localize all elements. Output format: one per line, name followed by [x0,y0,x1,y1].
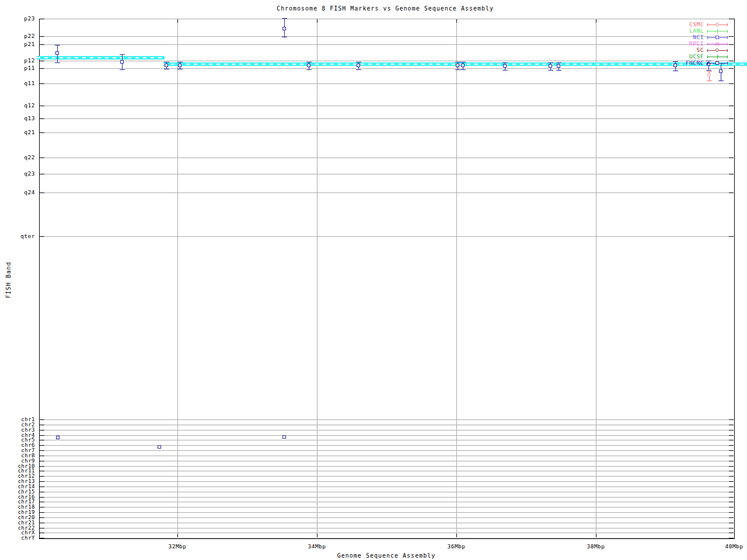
ytick-right-chr17 [729,502,734,502]
gridline-h-q24 [40,192,734,193]
ytick-left-chr19 [40,512,44,513]
ytick-right-chr4 [729,435,734,436]
ytick-left-chrX [40,533,44,533]
ytick-left-chr12 [40,476,44,477]
ytick-left-chr16 [40,497,44,498]
ytick-left-chr14 [40,487,44,487]
gridline-h-p22 [40,36,734,37]
data-point-FHCRC [456,64,459,67]
legend-marker-square [715,36,719,39]
data-point-FHCRC [503,64,507,68]
data-point-FHCRC [357,64,360,67]
ytick-right-q11 [729,83,734,84]
gridline-h-p11 [40,68,734,69]
ytick-right-chr13 [729,481,734,482]
errorbar-cap-bottom-FHCRC [556,70,561,71]
chart-canvas: Chromosome 8 FISH Markers vs Genome Sequ… [0,0,747,560]
ytick-right-q13 [729,118,734,119]
errorbar-cap-top-FHCRC [460,62,466,62]
legend-entry-fhcrc: FHCRC [636,60,747,66]
xtick-bottom-40Mbp [734,534,735,537]
y-tick-label-q13: q13 [0,116,35,121]
x-tick-label-36Mbp: 36Mbp [438,544,475,550]
legend-sample-capL [707,43,708,46]
legend-sample-capR [727,62,728,65]
errorbar-cap-top-FHCRC [120,54,125,55]
ytick-right-chr21 [729,523,734,523]
ytick-right-chr14 [729,487,734,487]
gridline-h-chr13 [40,481,734,482]
errorbar-cap-bottom-FHCRC [120,69,125,70]
gridline-h-chr18 [40,507,734,508]
ytick-right-chr2 [729,425,734,425]
x-tick-label-34Mbp: 34Mbp [298,544,336,550]
ytick-right-p23 [729,19,734,19]
errorbar-cap-top-FHCRC [556,62,561,63]
ytick-left-q21 [40,132,44,133]
errorbar-cap-bottom-FHCRC [548,70,553,71]
legend-label-lanl: LANL [636,28,704,34]
legend-sample-capL [707,30,708,33]
errorbar-cap-top-FHCRC [548,62,553,63]
xtick-top-38Mbp [596,19,596,23]
legend-marker-square [715,61,719,65]
y-tick-label-p21: p21 [0,41,35,47]
gridline-h-chr8 [40,456,734,456]
y-tick-label-q12: q12 [0,103,35,108]
ytick-right-chrX [729,533,734,533]
ytick-left-q24 [40,192,44,193]
legend-sample-capR [727,36,728,39]
data-point-FHCRC [461,64,465,67]
ytick-left-chr11 [40,471,44,471]
gridline-h-p12 [40,61,734,61]
ytick-right-q21 [729,132,734,133]
data-point-FHCRC [165,64,168,67]
legend-marker-diamond [715,48,719,52]
xtick-bottom-32Mbp [177,534,178,537]
xtick-top-34Mbp [317,19,317,23]
legend-label-fhcrc: FHCRC [636,60,704,66]
ytick-right-chr3 [729,430,734,430]
gridline-h-q23 [40,174,734,174]
y-tick-label-q22: q22 [0,155,35,160]
data-point-FHCRC-other-chromosome-hits [158,445,161,449]
legend-label-ucsf: UCSF [636,54,704,60]
ytick-left-chr7 [40,450,44,451]
y-tick-label-p23: p23 [0,16,35,22]
ytick-left-p23 [40,19,44,19]
xtick-bottom-34Mbp [317,534,317,537]
errorbar-cap-bottom-FHCRC [282,37,287,37]
legend-sample-capL [707,36,708,39]
errorbar-cap-bottom-FHCRC [164,69,169,69]
gridline-h-chr20 [40,517,734,518]
y-tick-label-p11: p11 [0,65,35,71]
legend-sample-capR [727,30,728,33]
ytick-left-q22 [40,158,44,158]
errorbar-cap-bottom-FHCRC [306,69,312,70]
ytick-left-chr3 [40,430,44,430]
data-point-FHCRC-other-chromosome-hits [282,435,286,439]
ytick-left-q13 [40,118,44,119]
errorbar-cap-bottom-FHCRC [502,70,508,71]
errorbar-cap-bottom-FHCRC [356,69,361,70]
ytick-left-p22 [40,36,44,37]
errorbar-cap-top-CSMC [707,71,712,72]
ytick-right-q23 [729,174,734,174]
ytick-right-chr11 [729,471,734,471]
legend-sample-capR [727,43,728,46]
gridline-h-q22 [40,158,734,158]
ytick-right-q12 [729,106,734,106]
errorbar-cap-bottom-FHCRC [177,69,183,69]
y-tick-label-q21: q21 [0,130,35,135]
ytick-left-p12 [40,61,44,61]
ytick-left-chr17 [40,502,44,502]
legend-label-rpci: RPCI [636,41,704,47]
gridline-h-p23 [40,19,734,19]
errorbar-cap-top-FHCRC [282,18,287,19]
errorbar-cap-top-FHCRC [306,62,312,62]
gridline-v-34Mbp [317,19,317,537]
y-tick-label-p12: p12 [0,58,35,64]
xtick-top-32Mbp [177,19,178,23]
xtick-bottom-36Mbp [456,534,457,537]
data-point-FHCRC [178,64,181,67]
